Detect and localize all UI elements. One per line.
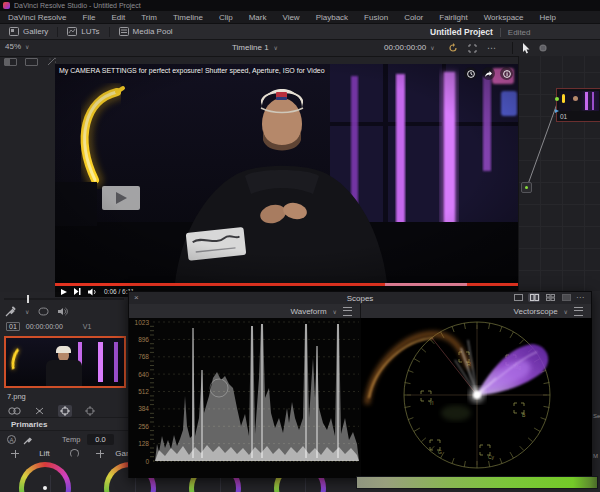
timecode-display[interactable]: 00:00:00:00 ∨ [384, 43, 435, 52]
share-arrow-icon [484, 70, 493, 78]
cursor-arrow-icon [522, 43, 530, 54]
timeline-select[interactable]: Timeline 1 ∨ [232, 43, 278, 52]
clip-scrubber[interactable] [4, 298, 124, 300]
layout-single-button[interactable] [512, 293, 524, 302]
more-videos-button[interactable] [500, 67, 513, 80]
luts-label: LUTs [81, 27, 99, 36]
menu-bar: DaVinci Resolve File Edit Trim Timeline … [0, 11, 600, 24]
media-pool-button[interactable]: Media Pool [110, 24, 182, 39]
media-pool-label: Media Pool [133, 27, 173, 36]
play-button[interactable] [61, 289, 67, 295]
waveform-select[interactable]: Waveform [290, 307, 326, 316]
primaries-section-header[interactable]: Primaries [0, 418, 128, 431]
menu-view[interactable]: View [274, 13, 307, 22]
menu-clip[interactable]: Clip [211, 13, 241, 22]
chevron-down-icon[interactable]: ∨ [564, 308, 568, 315]
clipped-label: M [593, 453, 598, 459]
vectorscope-settings-icon[interactable] [574, 307, 583, 316]
eyedropper-icon[interactable] [5, 306, 16, 317]
video-viewer[interactable]: My CAMERA SETTINGS for perfect exposure!… [55, 64, 518, 297]
chevron-down-icon[interactable]: ∨ [25, 308, 29, 315]
temp-controls-row: A Temp 0.0 [0, 432, 128, 447]
lift-wheel-group: Lift [3, 447, 87, 492]
wheel-indicator[interactable] [43, 486, 47, 490]
layout-grid-button[interactable] [544, 293, 556, 302]
clip-track-label: V1 [83, 323, 92, 330]
wipe-compare-icon[interactable] [25, 58, 38, 66]
auto-balance-icon[interactable]: A [7, 435, 16, 444]
scopes-layout-buttons: ⋯ [512, 293, 585, 302]
clip-index-badge: 01 [6, 322, 20, 331]
chevron-down-icon[interactable]: ∨ [333, 308, 337, 315]
menu-playback[interactable]: Playback [308, 13, 356, 22]
layout-wide-button[interactable] [560, 293, 572, 302]
menu-color[interactable]: Color [396, 13, 431, 22]
expand-viewer-button[interactable] [466, 42, 478, 54]
viewer-more-button[interactable]: ⋯ [486, 42, 498, 54]
menu-help[interactable]: Help [532, 13, 564, 22]
scopes-more-button[interactable]: ⋯ [576, 293, 585, 302]
speaker-icon[interactable] [58, 307, 68, 316]
clock-icon [467, 70, 475, 78]
svg-text:640: 640 [138, 371, 149, 378]
svg-text:512: 512 [138, 388, 149, 395]
zoom-select[interactable]: 45% ∨ [5, 42, 29, 51]
menu-timeline[interactable]: Timeline [165, 13, 211, 22]
window-target2-icon[interactable] [85, 406, 95, 416]
split-compare-icon[interactable] [4, 58, 17, 66]
waveform-settings-icon[interactable] [343, 307, 352, 316]
menu-davinci-resolve[interactable]: DaVinci Resolve [0, 13, 75, 22]
highlight-icon[interactable] [38, 307, 49, 316]
layout-two-up-button[interactable] [528, 293, 540, 302]
menu-fusion[interactable]: Fusion [356, 13, 396, 22]
crosshair-icon[interactable] [11, 450, 19, 458]
divider [512, 42, 513, 54]
pointer-tool-button[interactable] [520, 42, 532, 54]
corrector-node[interactable]: 01 [556, 88, 600, 122]
share-button[interactable] [482, 67, 495, 80]
reset-icon[interactable] [70, 449, 79, 458]
gallery-button[interactable]: Gallery [0, 24, 57, 39]
node-input-green[interactable] [555, 97, 559, 101]
scopes-title-bar[interactable]: × Scopes ⋯ [129, 292, 591, 304]
gallery-label: Gallery [23, 27, 48, 36]
volume-icon[interactable] [88, 288, 97, 296]
menu-edit[interactable]: Edit [103, 13, 133, 22]
next-button[interactable] [74, 288, 81, 295]
crosshair-icon[interactable] [96, 450, 104, 458]
whitepoint-picker-icon[interactable] [23, 435, 33, 445]
menu-file[interactable]: File [75, 13, 104, 22]
timecode-value: 00:00:00:00 [384, 43, 426, 52]
color-wheels-icon[interactable] [8, 406, 21, 416]
svg-text:896: 896 [138, 336, 149, 343]
target-active-wrap[interactable] [58, 405, 72, 417]
close-icon[interactable]: × [134, 292, 139, 304]
bypass-grades-button[interactable] [447, 42, 459, 54]
svg-text:128: 128 [138, 440, 149, 447]
lift-color-wheel[interactable] [19, 462, 71, 492]
scopes-window[interactable]: × Scopes ⋯ Waveform ∨ Vectorscope ∨ [128, 291, 592, 478]
grab-tool-button[interactable] [537, 42, 549, 54]
chevron-down-icon: ∨ [430, 44, 434, 51]
timeline-name: Timeline 1 [232, 43, 269, 52]
menu-mark[interactable]: Mark [241, 13, 275, 22]
node-input-blue[interactable] [555, 109, 559, 113]
svg-text:Yl: Yl [429, 400, 433, 406]
menu-fairlight[interactable]: Fairlight [431, 13, 475, 22]
viewer-toolbar [0, 40, 600, 57]
expand-icon [468, 44, 477, 53]
svg-text:G: G [438, 449, 442, 455]
luts-button[interactable]: LUTs [58, 24, 108, 39]
clip-thumbnail[interactable] [4, 336, 126, 388]
menu-workspace[interactable]: Workspace [476, 13, 532, 22]
tracker-icon[interactable] [34, 406, 45, 416]
temp-value-field[interactable]: 0.0 [87, 434, 113, 445]
clipped-label: Se [593, 413, 600, 419]
menu-trim[interactable]: Trim [133, 13, 165, 22]
vectorscope-select[interactable]: Vectorscope [514, 307, 558, 316]
chevron-down-icon: ∨ [274, 44, 278, 51]
scrubber-playhead[interactable] [27, 295, 29, 303]
source-node[interactable] [521, 182, 532, 193]
chevron-down-icon: ∨ [25, 43, 29, 50]
watch-later-button[interactable] [464, 67, 477, 80]
